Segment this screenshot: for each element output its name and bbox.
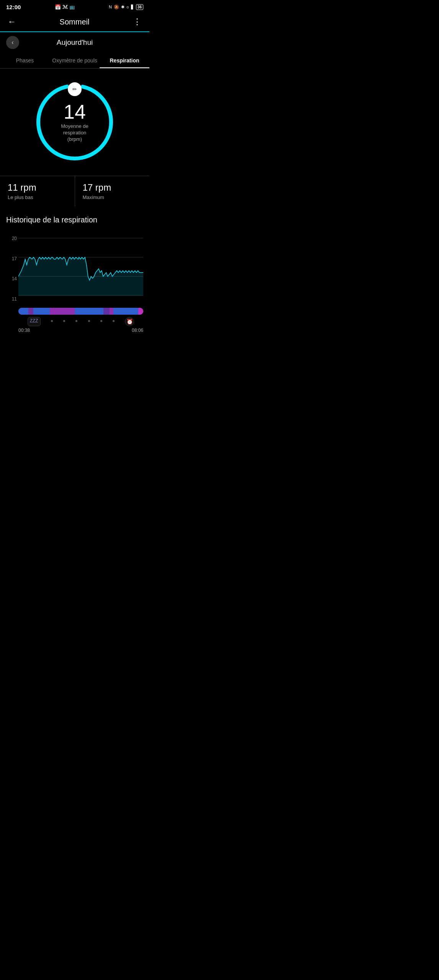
pencil-icon: ✏ [72, 86, 77, 92]
sleep-bar [18, 308, 143, 315]
more-button[interactable]: ⋮ [131, 15, 143, 28]
gauge-section: ✏ 14 Moyenne de respiration (brpm) [0, 69, 149, 172]
date-label: Aujourd'hui [57, 38, 93, 47]
status-time: 12:00 [6, 4, 21, 10]
gauge-container: ✏ 14 Moyenne de respiration (brpm) [33, 80, 117, 164]
sleep-start-icon: ZZZ [28, 317, 41, 326]
battery-indicator: 36 [136, 4, 143, 10]
dot-5 [100, 320, 102, 322]
dot-3 [75, 320, 77, 322]
top-bar: ← Sommeil ⋮ [0, 12, 149, 32]
twitch-icon: 📺 [69, 4, 75, 10]
history-title: Historique de la respiration [6, 216, 143, 224]
stats-row: 11 rpm Le plus bas 17 rpm Maximum [0, 176, 149, 206]
gauge-center: 14 Moyenne de respiration (brpm) [54, 102, 96, 143]
status-icons: N 🔕 ✱ ⌾ ▋ 36 [109, 4, 143, 10]
stat-max-label: Maximum [83, 194, 142, 200]
tab-oxymetre[interactable]: Oxymètre de pouls [50, 53, 100, 68]
chart-area: 20 17 14 11 [6, 230, 143, 333]
gauge-label: Moyenne de respiration (brpm) [54, 123, 96, 143]
prev-arrow-icon: ‹ [11, 39, 13, 46]
time-start: 00:38 [18, 328, 30, 333]
stat-min: 11 rpm Le plus bas [0, 176, 75, 206]
calendar-icon: 📅 [55, 4, 61, 10]
timeline-dots: ZZZ ⏰ [18, 317, 143, 326]
page-title: Sommeil [60, 18, 90, 26]
signal-icon: ▋ [131, 5, 134, 10]
y-label-11: 11 [6, 296, 17, 302]
prev-date-button[interactable]: ‹ [6, 36, 19, 49]
y-label-14: 14 [6, 276, 17, 281]
alarm-icon: ⏰ [125, 317, 134, 326]
status-app-icons: 📅 ℳ 📺 [55, 4, 75, 10]
dot-1 [51, 320, 53, 322]
mute-icon: 🔕 [114, 5, 119, 10]
respiration-chart [18, 234, 143, 303]
wifi-icon: ⌾ [126, 5, 129, 9]
time-end: 08:06 [132, 328, 143, 333]
bluetooth-icon: ✱ [121, 5, 124, 10]
gauge-indicator-dot: ✏ [68, 82, 82, 96]
back-button[interactable]: ← [6, 15, 18, 28]
date-nav: ‹ Aujourd'hui [0, 32, 149, 53]
stat-max-value: 17 rpm [83, 182, 142, 193]
stat-min-value: 11 rpm [8, 182, 67, 193]
dot-6 [113, 320, 115, 322]
chart-svg-container [18, 234, 143, 305]
stat-min-label: Le plus bas [8, 194, 67, 200]
m-icon: ℳ [62, 4, 68, 10]
dot-4 [88, 320, 90, 322]
tab-respiration[interactable]: Respiration [100, 53, 149, 68]
y-label-17: 17 [6, 256, 17, 261]
gauge-value: 14 [54, 102, 96, 122]
y-label-20: 20 [6, 236, 17, 241]
sleep-timeline: ZZZ ⏰ 00:38 08:06 [18, 308, 143, 333]
tabs-bar: Phases Oxymètre de pouls Respiration [0, 53, 149, 69]
stat-max: 17 rpm Maximum [75, 176, 150, 206]
nfc-icon: N [109, 5, 112, 9]
tab-phases[interactable]: Phases [0, 53, 50, 68]
dot-2 [63, 320, 65, 322]
status-bar: 12:00 📅 ℳ 📺 N 🔕 ✱ ⌾ ▋ 36 [0, 0, 149, 12]
history-section: Historique de la respiration 20 17 14 11 [0, 206, 149, 333]
time-labels: 00:38 08:06 [18, 328, 143, 333]
